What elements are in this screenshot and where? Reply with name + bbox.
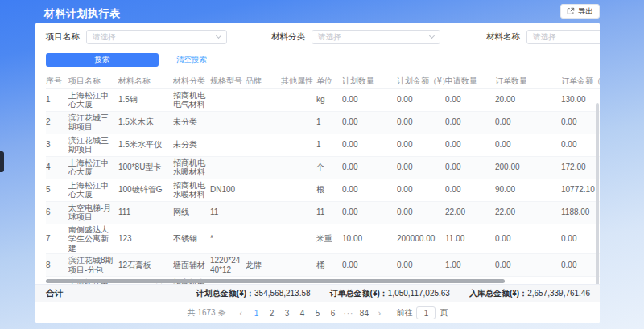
table-cell xyxy=(246,156,281,179)
table-cell: 100*8U型卡 xyxy=(118,156,173,179)
table-cell: 200000.00 xyxy=(397,224,445,254)
column-header: 订单数量 xyxy=(495,74,561,88)
project-name-select[interactable]: 请选择 xyxy=(86,30,227,44)
content-card: 项目名称 请选择 材料分类 请选择 材料名称 请选择 xyxy=(35,23,600,323)
horizontal-scrollbar[interactable] xyxy=(46,279,505,283)
table-row[interactable]: 8滨江花城8期项目-分包12石膏板墙面辅材1220*2440*12龙牌桶0.00… xyxy=(46,254,600,277)
filter-group-project-name: 项目名称 请选择 xyxy=(46,30,271,44)
table-cell: 招商机电 水暖材料 xyxy=(173,156,210,179)
table-cell: 1.5米水平仪 xyxy=(118,134,173,156)
table-cell: 0.00 xyxy=(342,201,397,224)
table-cell: 7 xyxy=(46,224,68,254)
table-cell: 0.00 xyxy=(397,111,445,134)
inbound-total-value: 2,657,339,761.46 xyxy=(527,289,590,298)
page-button[interactable]: 5 xyxy=(311,306,324,319)
summary-totals: 计划总金额(¥)：354,568,213.58 订单总金额(¥)：1,050,1… xyxy=(196,288,590,299)
goto-label: 前往 xyxy=(396,307,412,319)
table-cell: 0.00 xyxy=(561,111,600,134)
table-cell: 0.00 xyxy=(397,201,445,224)
table-cell: 米重 xyxy=(316,224,342,254)
table-cell: 4 xyxy=(46,156,68,179)
table-cell xyxy=(281,156,316,179)
goto-page-input[interactable] xyxy=(416,306,436,319)
table-row[interactable]: 7南侧盛达大学生公寓新建123不锈钢*米重10.00200000.0011.00… xyxy=(46,224,600,254)
export-icon xyxy=(567,7,575,15)
table-cell: 200.00 xyxy=(495,156,561,179)
material-name-select[interactable]: 请选择 xyxy=(526,30,600,44)
table-row[interactable]: 2滨江花城三期项目1.5米木床未分类10.000.000.000.000.00 xyxy=(46,111,600,134)
search-button[interactable]: 搜索 xyxy=(46,53,159,67)
table-cell: 墙面辅材 xyxy=(173,254,210,277)
table-cell: 未分类 xyxy=(173,134,210,156)
table-cell: 滨江花城三期项目 xyxy=(68,134,118,156)
column-header: 序号 xyxy=(46,74,68,88)
table-cell: 桶 xyxy=(316,254,342,277)
table-cell: 滨江花城三期项目 xyxy=(68,111,118,134)
table-cell: kg xyxy=(316,88,342,111)
table-cell: 1220*2440*12 xyxy=(210,254,246,277)
table-cell xyxy=(246,179,281,201)
next-page-button[interactable]: › xyxy=(373,306,386,319)
column-header: 订单金额（¥） xyxy=(561,74,600,88)
table-cell: 22.00 xyxy=(495,201,561,224)
filter-label: 项目名称 xyxy=(46,31,80,43)
table-cell: 上海松江中心大厦 xyxy=(68,88,118,111)
vertical-scrollbar[interactable] xyxy=(596,103,599,288)
table-cell xyxy=(210,134,246,156)
planned-total-value: 354,568,213.58 xyxy=(254,289,311,298)
table-cell: 0.00 xyxy=(397,134,445,156)
action-bar: 搜索 清空搜索 xyxy=(35,44,600,67)
table-row[interactable]: 5上海松江中心大厦100镀锌管G招商机电 水暖材料DN100根0.000.000… xyxy=(46,179,600,201)
table-cell: 0.00 xyxy=(495,224,561,254)
table-cell: 网线 xyxy=(173,201,210,224)
column-header: 材料分类 xyxy=(173,74,210,88)
table-cell: 0.00 xyxy=(561,254,600,277)
table-row[interactable]: 4上海松江中心大厦100*8U型卡招商机电 水暖材料个0.000.000.002… xyxy=(46,156,600,179)
table-cell: 招商机电 电气材料 xyxy=(173,88,210,111)
table-row[interactable]: 1上海松江中心大厦1.5钢招商机电 电气材料kg0.000.000.0020.0… xyxy=(46,88,600,111)
table-cell: 太空电梯-月球项目 xyxy=(68,201,118,224)
page-button[interactable]: 84 xyxy=(357,306,370,319)
page-button[interactable]: 6 xyxy=(326,306,339,319)
planned-total: 计划总金额(¥)：354,568,213.58 xyxy=(196,288,311,299)
table-cell: 123 xyxy=(118,224,173,254)
inbound-total: 入库总金额(¥)：2,657,339,761.46 xyxy=(469,288,590,299)
total-count: 共 1673 条 xyxy=(188,307,226,319)
table-cell xyxy=(281,134,316,156)
column-header: 计划金额（¥） xyxy=(397,74,445,88)
column-header: 申请数量 xyxy=(445,74,495,88)
table-cell xyxy=(246,224,281,254)
clear-search-link[interactable]: 清空搜索 xyxy=(176,55,207,65)
page-button[interactable]: 3 xyxy=(280,306,293,319)
table-cell: 0.00 xyxy=(561,134,600,156)
goto-suffix: 页 xyxy=(440,307,448,319)
table-row[interactable]: 3滨江花城三期项目1.5米水平仪未分类10.000.000.000.000.00 xyxy=(46,134,600,156)
page-button[interactable]: 1 xyxy=(250,306,262,319)
table-cell: 6 xyxy=(46,201,68,224)
export-button[interactable]: 导出 xyxy=(560,4,600,19)
table-cell: 130.00 xyxy=(561,88,600,111)
page-button[interactable]: 4 xyxy=(295,306,308,319)
prev-page-button[interactable]: ‹ xyxy=(234,306,247,319)
chevron-down-icon xyxy=(216,33,221,39)
table-cell: 0.00 xyxy=(495,134,561,156)
column-header: 单位 xyxy=(316,74,342,88)
table-cell: * xyxy=(210,224,246,254)
table-row[interactable]: 6太空电梯-月球项目111网线11110.000.0022.0022.00118… xyxy=(46,201,600,224)
filter-group-material-name: 材料名称 请选择 xyxy=(486,30,600,44)
order-total: 订单总金额(¥)：1,050,117,025.63 xyxy=(330,288,450,299)
material-category-select[interactable]: 请选择 xyxy=(312,30,440,44)
table-cell: 南侧盛达大学生公寓新建 xyxy=(68,224,118,254)
table-cell: 根 xyxy=(316,179,342,201)
column-header: 计划数量 xyxy=(342,74,397,88)
table-cell: 1188.00 xyxy=(561,201,600,224)
side-drawer-handle[interactable] xyxy=(0,151,4,172)
table-cell: 0.00 xyxy=(342,156,397,179)
page-button[interactable]: 2 xyxy=(265,306,278,319)
table-cell: 0.00 xyxy=(342,254,397,277)
table-cell: 8 xyxy=(46,254,68,277)
table-cell: DN100 xyxy=(210,179,246,201)
page-ellipsis[interactable]: ··· xyxy=(341,306,355,319)
table-cell: 0.00 xyxy=(397,156,445,179)
table-cell: 0.00 xyxy=(561,224,600,254)
